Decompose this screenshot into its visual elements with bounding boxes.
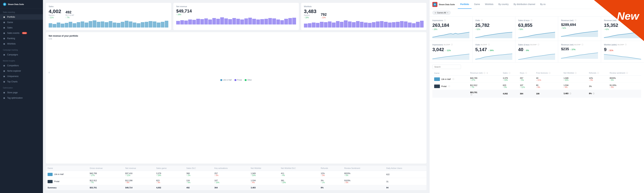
- td-summary-key: 364: [213, 185, 249, 190]
- wishlists-other-metric: 792 ↓ 13%: [321, 13, 327, 18]
- right-nav-by-os[interactable]: By os: [538, 0, 548, 9]
- table-row-life: Life in Half $40,789 ↑ 27% $37,416 ↑ 11%…: [46, 171, 426, 178]
- sales-dlc-metric: 492 DLC & IAP ↑ 7%: [66, 10, 74, 18]
- td-wish-life: 1,949 ↑ 20%: [249, 171, 279, 178]
- right-panel: New Steam Data Suite Portfolio Game Wish…: [429, 0, 644, 193]
- sales-games-change: ↑ 21%: [49, 17, 61, 18]
- bar-group-10: [198, 78, 214, 78]
- games-all-filter[interactable]: ◉ Games All ▼: [432, 11, 450, 15]
- td-refunds-life: 12% ↓ 3%: [319, 171, 342, 178]
- rtd-sales-protal: 623 ↑ 3%: [501, 83, 518, 90]
- sales-keys-info-icon: ⓘ: [530, 19, 532, 22]
- net-revenue-metric: $49,714 ↑ 28%: [176, 9, 192, 15]
- td-summary-wish-dlc: [279, 185, 319, 190]
- game-thumb-life: [48, 173, 52, 176]
- td-dau-protal: 31: [384, 178, 426, 185]
- td-summary-refunds: 8%: [319, 185, 342, 190]
- rtd-game-life: Life in Half ⓘ: [432, 76, 468, 83]
- rtd-wish-life: 1,949 ↑ 20%: [562, 76, 587, 83]
- right-nav-portfolio[interactable]: Portfolio: [458, 0, 472, 9]
- sidebar-section-sales: Sales reporting ◉ Portfolio ◉ Game ◉ Sal…: [0, 9, 43, 46]
- sidebar-section-opt-label: Optimization: [0, 84, 43, 90]
- rth-sales: Sales ⓘ: [501, 71, 518, 76]
- right-nav-game[interactable]: Game: [472, 0, 482, 9]
- td-key-life: 257 ↓ 5%: [213, 171, 249, 178]
- sidebar-item-tag-optimization[interactable]: ◉ Tag optimization: [0, 95, 43, 101]
- td-sales-game-life: 3,379 ↑ 19%: [154, 171, 184, 178]
- sidebar-item-niche-explorer[interactable]: ◉ Niche explorer: [0, 68, 43, 74]
- rth-sentiment: Review sentiment ⓘ: [608, 71, 641, 76]
- right-search-input[interactable]: [432, 65, 461, 69]
- sales-dlc-value: 492: [66, 10, 74, 14]
- right-nav-by-country[interactable]: By country: [496, 0, 511, 9]
- td-sentiment-life: 8033% ↑ 5%: [342, 171, 384, 178]
- net-revenue-chart-title: Net revenue of your portfolio: [49, 35, 424, 37]
- right-table-summary: $53,701 ⓘ 4,002 364 108 3,483 ⓘ 8% ⓘ: [432, 90, 641, 98]
- filter-label: Games All: [437, 12, 446, 14]
- td-game-protal: Protal: [46, 178, 88, 185]
- wishlists-games-label: Games: [304, 14, 316, 16]
- metric-sales-keys-dlc-label: Sales & keys DLC/IAP ⓘ: [518, 43, 555, 46]
- th-net-wish: Net Wishlist: [249, 166, 279, 171]
- rtd-sales-life: 3,379 ↑ 19%: [501, 76, 518, 83]
- right-nav-wishlists[interactable]: Wishlists: [482, 0, 496, 9]
- sales-card-title: Sales: [49, 5, 168, 7]
- td-wish-dlc-life: 411 ↑ 4%: [279, 171, 319, 178]
- legend-label-life: Life in Half: [223, 79, 232, 81]
- sidebar-item-campaigns[interactable]: ◉ Campaigns: [0, 52, 43, 57]
- metric-wishlist-dlc-label: Wishlist (adds) DLC/IAP ⓘ: [604, 43, 641, 46]
- sidebar-item-uniqueness[interactable]: ◉ Uniqueness: [0, 74, 43, 79]
- sidebar-item-top-charts[interactable]: ◉ Top Charts: [0, 79, 43, 84]
- rtd-sum-wish: 3,483 ⓘ: [562, 90, 587, 98]
- td-game-life: Life in Half: [46, 171, 88, 178]
- sales-dlc-change: ↑ 7%: [66, 17, 74, 18]
- sidebar-section-sales-label: Sales reporting: [0, 9, 43, 14]
- sk-dlc-info: ⓘ: [538, 43, 539, 46]
- right-nav-by-distribution[interactable]: By distribution channel: [511, 0, 538, 9]
- campaigns-icon: ◉: [3, 53, 5, 56]
- rtd-thumb-protal: [434, 85, 440, 88]
- bar-group-7: [150, 78, 166, 78]
- bar-group-20: [358, 78, 374, 78]
- sidebar-item-wishlists[interactable]: ◉ Wishlists: [0, 41, 43, 46]
- th-sales-game: Sales game: [154, 166, 184, 171]
- rtd-refunds-protal: 3%: [587, 83, 608, 90]
- th-sentiment: Review Sentiment: [342, 166, 384, 171]
- metric-sales-keys-value: 63,855: [518, 23, 555, 28]
- sidebar-item-sales[interactable]: ◉ Sales: [0, 25, 43, 30]
- metric-sales-keys-change: ↑ 58%: [518, 28, 555, 30]
- td-summary-wish: 3,483: [249, 185, 279, 190]
- sidebar-section-optimization: Optimization ◉ Store page ◉ Tag optimiza…: [0, 84, 43, 101]
- sales-events-icon: ◉: [3, 32, 5, 34]
- rtd-sum-sentiment: [608, 90, 641, 98]
- right-logo-text: Steam Data Suite: [439, 3, 455, 5]
- legend-life-in-half: Life in Half: [220, 79, 232, 81]
- td-summary-sales-dlc: 492: [184, 185, 213, 190]
- bar-group-14: [262, 78, 278, 78]
- filter-arrow: ▼: [447, 12, 448, 13]
- sidebar-item-store-page[interactable]: ◉ Store page: [0, 90, 43, 95]
- sidebar-item-competitors[interactable]: ◉ Competitors: [0, 63, 43, 68]
- th-net-wish-dlc: Net Wishlist DLC: [279, 166, 319, 171]
- sidebar-item-portfolio[interactable]: ◉ Portfolio: [0, 14, 43, 20]
- table-summary-row: Summary $53,701 $49,714 4,002 492 364 3,…: [46, 185, 426, 190]
- sidebar-item-ranking[interactable]: ◉ Ranking: [0, 36, 43, 41]
- sort-revenue-icon[interactable]: ▼: [486, 72, 488, 74]
- niche-icon: ◉: [3, 70, 5, 72]
- bar-group-6: [134, 78, 150, 78]
- metric-impressions-value: 263,184: [432, 23, 470, 28]
- rtd-free-life: 43 ↓ 21%: [534, 76, 562, 83]
- metric-revenue-dlc-value: $235 ↑ 37%: [561, 47, 598, 51]
- sidebar-item-sales-events[interactable]: ◉ Sales events New: [0, 30, 43, 36]
- wishlists-card: Wishlists 3,483 Games ↑ 18% 792 ↓ 13%: [301, 3, 426, 30]
- sidebar-item-game[interactable]: ◉ Game: [0, 20, 43, 25]
- td-summary-sentiment: [342, 185, 384, 190]
- metric-revenue-dlc-label: Revenue (net) DLC/IAP ⓘ: [561, 43, 598, 46]
- metric-visits-sparkline: [475, 32, 512, 38]
- bar-group-11: [214, 78, 230, 78]
- chart-container: 5.0k 0: [49, 38, 424, 77]
- revenue-net-info-icon: ⓘ: [574, 19, 576, 22]
- sidebar-logo-text: Steam Data Suite: [8, 3, 24, 5]
- legend-dot-life: [220, 79, 222, 81]
- metric-revenue-net-sparkline: [561, 30, 598, 37]
